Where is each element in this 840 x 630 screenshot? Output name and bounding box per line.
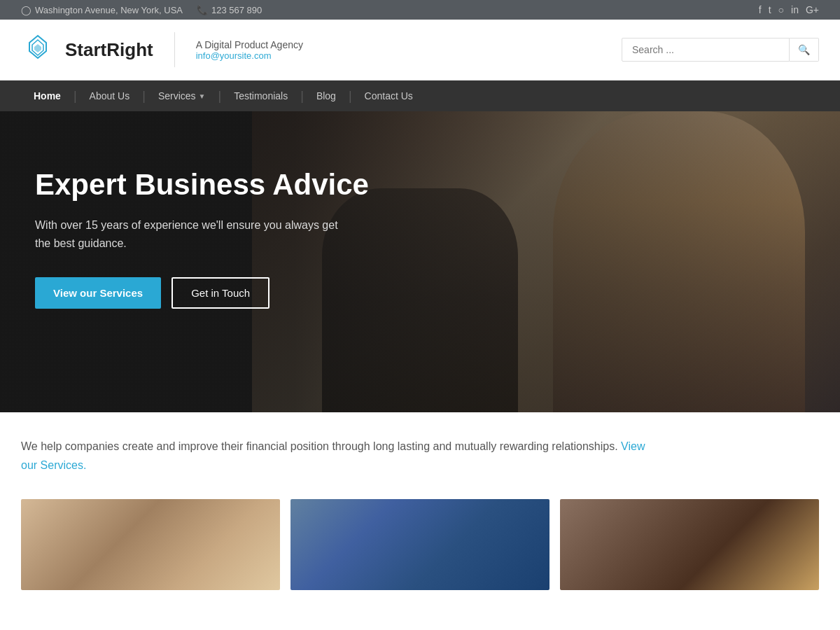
phone-item: 📞 123 567 890 bbox=[197, 5, 262, 15]
logo-area: StartRight A Digital Product Agency info… bbox=[21, 32, 303, 67]
tagline-text: A Digital Product Agency bbox=[196, 39, 303, 50]
card-thumbnail-2 bbox=[290, 499, 550, 590]
logo-divider bbox=[174, 32, 175, 67]
get-in-touch-button[interactable]: Get in Touch bbox=[172, 277, 270, 309]
location-icon: ◯ bbox=[21, 5, 31, 15]
nav-item-services[interactable]: Services ▼ bbox=[146, 80, 218, 111]
search-input[interactable] bbox=[622, 38, 790, 62]
cards-row bbox=[0, 492, 840, 590]
logo-end: Right bbox=[106, 39, 153, 60]
hero-subtitle: With over 15 years of experience we'll e… bbox=[35, 216, 350, 252]
hero-buttons: View our Services Get in Touch bbox=[35, 277, 385, 309]
topbar-right: f t ○ in G+ bbox=[759, 4, 819, 15]
services-dropdown-icon: ▼ bbox=[199, 92, 206, 100]
logo-text: StartRight bbox=[65, 39, 153, 61]
email-text: info@yoursite.com bbox=[196, 50, 303, 61]
nav-item-contact[interactable]: Contact Us bbox=[352, 80, 426, 111]
header: StartRight A Digital Product Agency info… bbox=[0, 20, 840, 80]
logo-start: Start bbox=[65, 39, 106, 60]
nav-item-blog[interactable]: Blog bbox=[304, 80, 349, 111]
logo-tagline: A Digital Product Agency info@yoursite.c… bbox=[196, 39, 303, 61]
twitter-icon[interactable]: t bbox=[769, 4, 771, 15]
address-text: Washington Avenue, New York, USA bbox=[35, 5, 183, 15]
svg-marker-2 bbox=[34, 44, 41, 52]
main-nav: Home | About Us | Services ▼ | Testimoni… bbox=[0, 80, 840, 111]
hero-section: Expert Business Advice With over 15 year… bbox=[0, 111, 840, 412]
logo-icon bbox=[21, 33, 55, 66]
address-item: ◯ Washington Avenue, New York, USA bbox=[21, 5, 183, 15]
linkedin-icon[interactable]: in bbox=[791, 4, 799, 15]
instagram-icon[interactable]: ○ bbox=[778, 4, 784, 15]
card-thumbnail-3 bbox=[560, 499, 819, 590]
intro-text: We help companies create and improve the… bbox=[21, 437, 651, 475]
intro-text-before-link: We help companies create and improve the… bbox=[21, 440, 618, 452]
card-thumbnail-1 bbox=[21, 499, 280, 590]
nav-item-testimonials[interactable]: Testimonials bbox=[221, 80, 300, 111]
search-button[interactable]: 🔍 bbox=[790, 38, 819, 62]
nav-item-about[interactable]: About Us bbox=[77, 80, 143, 111]
hero-content: Expert Business Advice With over 15 year… bbox=[0, 111, 420, 365]
search-area: 🔍 bbox=[622, 38, 819, 62]
topbar-left: ◯ Washington Avenue, New York, USA 📞 123… bbox=[21, 5, 262, 15]
nav-item-home[interactable]: Home bbox=[21, 80, 74, 111]
phone-icon: 📞 bbox=[197, 5, 208, 15]
intro-section: We help companies create and improve the… bbox=[0, 412, 840, 492]
facebook-icon[interactable]: f bbox=[759, 4, 762, 15]
googleplus-icon[interactable]: G+ bbox=[806, 4, 819, 15]
phone-text: 123 567 890 bbox=[211, 5, 262, 15]
view-services-button[interactable]: View our Services bbox=[35, 277, 161, 309]
topbar: ◯ Washington Avenue, New York, USA 📞 123… bbox=[0, 0, 840, 20]
hero-title: Expert Business Advice bbox=[35, 167, 385, 202]
